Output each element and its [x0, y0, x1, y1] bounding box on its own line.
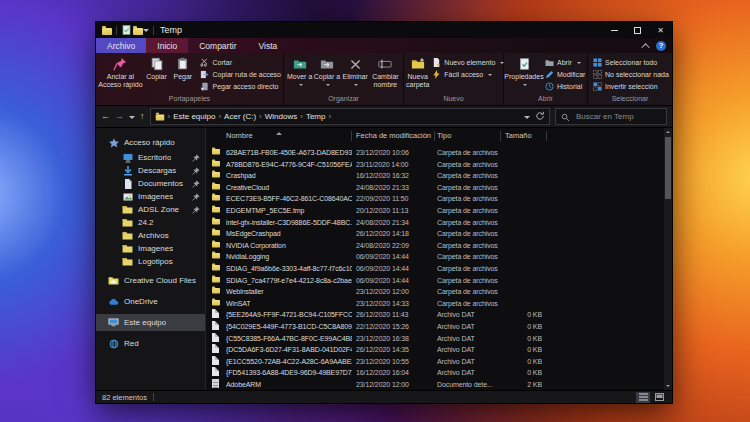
- file-row[interactable]: {5EE264A9-FF9F-4721-BC94-C105FFCC58...26…: [206, 309, 664, 321]
- file-row[interactable]: {C55C8385-F66A-47BC-8F0C-E99AC4B89...23/…: [206, 333, 664, 345]
- new-folder-qat-icon[interactable]: [132, 25, 143, 36]
- sidebar-item-imagenes[interactable]: Imagenes: [96, 242, 205, 255]
- select-all-button[interactable]: Seleccionar todo: [592, 57, 669, 68]
- column-header-size[interactable]: Tamaño: [505, 131, 532, 140]
- paste-shortcut-button[interactable]: Pegar acceso directo: [200, 81, 281, 92]
- breadcrumb-acer-c[interactable]: Acer (C:): [224, 112, 256, 121]
- file-date: 23/12/2020 10:06: [356, 147, 432, 159]
- refresh-icon[interactable]: [535, 111, 545, 123]
- file-row[interactable]: intel-gfx-installer-C3D9886E-5DDF-48BC..…: [206, 217, 664, 229]
- file-row[interactable]: EDGEMTMP_5EC5E.tmp20/12/2020 11:13Carpet…: [206, 205, 664, 217]
- sidebar-item-archivos[interactable]: Archivos: [96, 229, 205, 242]
- invert-selection-button[interactable]: Invertir selección: [592, 81, 669, 92]
- delete-button[interactable]: Eliminar: [341, 55, 370, 88]
- easy-access-button[interactable]: Fácil acceso: [431, 69, 504, 80]
- file-row[interactable]: WinSAT23/12/2020 14:33Carpeta de archivo…: [206, 298, 664, 310]
- column-header-type[interactable]: Tipo: [437, 131, 451, 140]
- maximize-button[interactable]: [626, 22, 649, 38]
- sidebar-item-imágenes[interactable]: Imágenes: [96, 190, 205, 203]
- column-header-name[interactable]: Nombre: [226, 131, 253, 140]
- file-row[interactable]: Crashpad16/12/2020 16:32Carpeta de archi…: [206, 170, 664, 182]
- file-name: CreativeCloud: [226, 182, 352, 194]
- file-row[interactable]: A78BD876-E94C-4776-9C4F-C51056FEAC7223/1…: [206, 159, 664, 171]
- ribbon-group-clipboard: Anclar al Acceso rápido Copiar Pegar: [96, 53, 284, 105]
- scrollbar-thumb[interactable]: [665, 137, 671, 199]
- move-to-button[interactable]: Mover a: [286, 55, 313, 88]
- thumbnails-view-button[interactable]: [652, 392, 666, 403]
- sidebar-item-logotipos[interactable]: Logotipos: [96, 255, 205, 268]
- sidebar-item-label: 24.2: [138, 218, 154, 227]
- breadcrumb-temp[interactable]: Temp: [306, 112, 326, 121]
- properties-qat-icon[interactable]: [121, 25, 132, 36]
- folder-icon: [212, 159, 222, 168]
- recent-locations-icon[interactable]: [129, 116, 135, 122]
- minimize-button[interactable]: [603, 22, 626, 38]
- address-dropdown-icon[interactable]: [524, 116, 530, 122]
- sidebar-item-documentos[interactable]: Documentos: [96, 177, 205, 190]
- search-box[interactable]: [555, 108, 667, 125]
- pin-to-quick-access-button[interactable]: Anclar al Acceso rápido: [98, 55, 143, 88]
- tab-compartir[interactable]: Compartir: [188, 38, 247, 53]
- file-row[interactable]: AdobeARM23/12/2020 12:00Documento dete..…: [206, 379, 664, 390]
- paste-button[interactable]: Pegar: [170, 55, 195, 81]
- file-row[interactable]: {54C029E5-449F-4773-B1CD-C5C8A809F...22/…: [206, 321, 664, 333]
- file-row[interactable]: MsEdgeCrashpad26/12/2020 14:18Carpeta de…: [206, 228, 664, 240]
- column-header-date[interactable]: Fecha de modificación: [356, 131, 431, 140]
- tab-inicio[interactable]: Inicio: [146, 38, 188, 53]
- sidebar-item-onedrive[interactable]: OneDrive: [96, 293, 205, 310]
- sidebar-item-red[interactable]: Red: [96, 335, 205, 352]
- file-row[interactable]: SDIAG_7ca4779f-e7e4-4212-8c8a-c2baed...0…: [206, 275, 664, 287]
- close-button[interactable]: ✕: [649, 22, 672, 38]
- forward-button[interactable]: →: [115, 112, 124, 121]
- file-row[interactable]: NVIDIA Corporation24/08/2020 22:09Carpet…: [206, 240, 664, 252]
- scroll-up-icon[interactable]: [664, 128, 672, 136]
- new-item-button[interactable]: Nuevo elemento: [431, 57, 504, 68]
- search-input[interactable]: [574, 111, 661, 122]
- details-view-button[interactable]: [636, 392, 650, 403]
- scroll-down-icon[interactable]: [664, 382, 672, 390]
- tab-vista[interactable]: Vista: [248, 38, 289, 53]
- tab-archivo[interactable]: Archivo: [96, 38, 146, 53]
- title-bar[interactable]: Temp ✕: [96, 22, 672, 38]
- sidebar-item-acceso-rápido[interactable]: Acceso rápido: [96, 134, 205, 151]
- new-folder-button[interactable]: Nueva carpeta: [406, 55, 429, 88]
- copy-button[interactable]: Copiar: [143, 55, 170, 81]
- open-button[interactable]: Abrir: [544, 57, 585, 68]
- breadcrumb-este-equipo[interactable]: Este equipo: [173, 112, 215, 121]
- sidebar-item-escritorio[interactable]: Escritorio: [96, 151, 205, 164]
- copy-to-button[interactable]: Copiar a: [313, 55, 340, 88]
- copy-path-button[interactable]: Copiar ruta de acceso: [200, 69, 281, 80]
- file-name: NvidiaLogging: [226, 251, 352, 263]
- file-row[interactable]: 628AE71B-FB0E-450E-A673-DAD8ED93D5...23/…: [206, 147, 664, 159]
- file-row[interactable]: {DC5DA6F3-6D27-4F31-8ABD-041D02F4F...26/…: [206, 344, 664, 356]
- breadcrumb-windows[interactable]: Windows: [265, 112, 297, 121]
- file-row[interactable]: {FD541393-6A88-4DE9-96D9-49BE97D729...16…: [206, 367, 664, 379]
- up-button[interactable]: ↑: [140, 112, 145, 121]
- sidebar-item-creative-cloud-files[interactable]: Creative Cloud Files: [96, 272, 205, 289]
- file-row[interactable]: SDIAG_4f9a6b6e-3303-4aff-8c77-f7c6c10...…: [206, 263, 664, 275]
- file-row[interactable]: CreativeCloud24/08/2020 21:33Carpeta de …: [206, 182, 664, 194]
- properties-button[interactable]: Propiedades: [506, 55, 542, 88]
- folder-icon: [212, 170, 222, 179]
- history-button[interactable]: Historial: [544, 81, 585, 92]
- file-name: intel-gfx-installer-C3D9886E-5DDF-48BC..…: [226, 217, 352, 229]
- select-none-button[interactable]: No seleccionar nada: [592, 69, 669, 80]
- help-icon[interactable]: ?: [656, 41, 666, 51]
- vertical-scrollbar[interactable]: [664, 128, 672, 390]
- rename-button[interactable]: Cambiar nombre: [370, 55, 401, 88]
- file-row[interactable]: NvidiaLogging06/09/2020 14:44Carpeta de …: [206, 251, 664, 263]
- back-button[interactable]: ←: [101, 112, 110, 121]
- sidebar-item-este-equipo[interactable]: Este equipo: [96, 314, 205, 331]
- sidebar-item-adsl-zone[interactable]: ADSL Zone: [96, 203, 205, 216]
- qat-customize-icon[interactable]: [143, 29, 149, 35]
- file-row[interactable]: WebInstaller23/12/2020 12:00Carpeta de a…: [206, 286, 664, 298]
- sidebar-item-descargas[interactable]: Descargas: [96, 164, 205, 177]
- file-row[interactable]: {E1CC5520-72AB-4C22-A28C-6A9AABE2...23/1…: [206, 356, 664, 368]
- sidebar-item-24-2[interactable]: 24.2: [96, 216, 205, 229]
- file-row[interactable]: ECEC73E9-B5FF-46C2-861C-C08640ACA...22/0…: [206, 193, 664, 205]
- file-name: SDIAG_4f9a6b6e-3303-4aff-8c77-f7c6c10...: [226, 263, 352, 275]
- cut-button[interactable]: Cortar: [200, 57, 281, 68]
- collapse-ribbon-icon[interactable]: [641, 43, 649, 51]
- breadcrumb[interactable]: › Este equipo › Acer (C:) › Windows › Te…: [150, 108, 551, 125]
- edit-button[interactable]: Modificar: [544, 69, 585, 80]
